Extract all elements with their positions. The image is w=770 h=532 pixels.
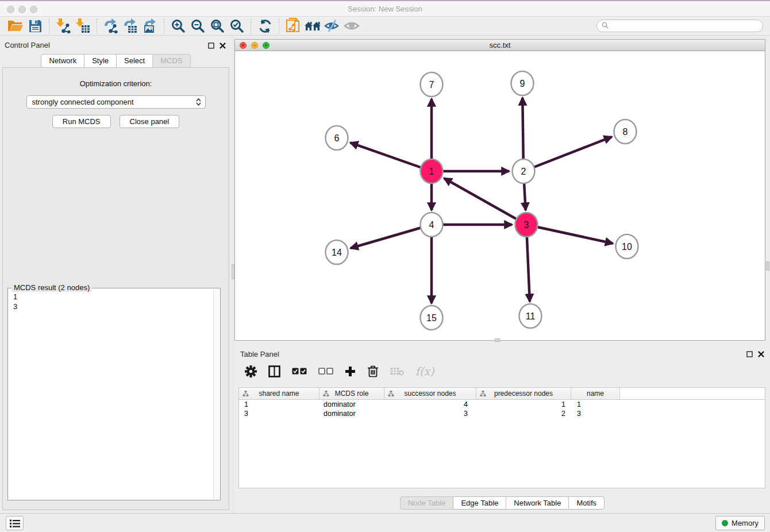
control-panel-title: Control Panel	[5, 41, 50, 49]
network-canvas[interactable]: 1234678910111415	[236, 52, 764, 340]
list-icon	[10, 519, 20, 528]
graph-node-label-14: 14	[332, 248, 342, 257]
application-window: Session: New Session	[0, 0, 770, 532]
table-cell: 3	[571, 409, 620, 418]
tab-edge-table[interactable]: Edge Table	[453, 496, 506, 510]
close-table-panel-icon[interactable]	[758, 349, 764, 360]
tab-motifs[interactable]: Motifs	[568, 496, 605, 510]
close-panel-icon[interactable]	[220, 41, 226, 51]
search-field[interactable]	[596, 20, 763, 32]
column-header-MCDS-role[interactable]: MCDS role	[319, 388, 384, 399]
network-right-resize-handle[interactable]	[766, 261, 769, 271]
network-close-button[interactable]: ✕	[240, 42, 247, 49]
table-cell: 1	[571, 400, 620, 409]
zoom-fit-icon[interactable]	[207, 17, 227, 34]
graph-edge-2-8[interactable]	[523, 137, 612, 171]
zoom-in-icon[interactable]	[168, 17, 188, 34]
tab-mcds[interactable]: MCDS	[152, 54, 190, 68]
table-settings-icon[interactable]	[245, 365, 257, 377]
network-window-title: scc.txt	[235, 40, 765, 51]
minimize-window-button[interactable]	[18, 6, 26, 13]
criterion-dropdown[interactable]: strongly connected component	[26, 95, 206, 109]
float-table-panel-icon[interactable]	[746, 349, 753, 360]
table-cell: 3	[239, 409, 319, 418]
table-cell: dominator	[319, 409, 384, 418]
graph-edge-1-6[interactable]	[351, 142, 432, 171]
graph-node-label-2: 2	[521, 167, 526, 176]
optimization-criterion-label: Optimization criterion:	[3, 79, 229, 88]
table-row[interactable]: 1dominator411	[239, 400, 765, 409]
mcds-result-box: MCDS result (2 nodes) 13	[7, 288, 221, 500]
memory-button[interactable]: Memory	[715, 516, 765, 530]
toolbar-separator	[164, 18, 164, 33]
tab-node-table[interactable]: Node Table	[400, 496, 454, 510]
first-neighbors-icon[interactable]	[303, 17, 322, 34]
search-input[interactable]	[611, 22, 758, 30]
window-titlebar: Session: New Session	[0, 0, 770, 17]
graph-node-label-8: 8	[623, 127, 628, 137]
graph-node-label-4: 4	[429, 220, 434, 230]
task-history-button[interactable]	[6, 516, 24, 530]
table-panel: Table Panel	[234, 345, 770, 513]
graph-edge-3-1[interactable]	[444, 178, 526, 225]
deselect-all-columns-icon[interactable]	[318, 368, 333, 375]
toolbar-separator	[97, 18, 97, 33]
network-view-window: ✕ − + scc.txt 1234678910111415	[234, 39, 765, 341]
graph-node-label-15: 15	[426, 313, 437, 323]
tab-network[interactable]: Network	[41, 54, 84, 68]
export-table-icon[interactable]	[121, 17, 140, 34]
select-all-columns-icon[interactable]	[292, 368, 307, 375]
zoom-window-button[interactable]	[30, 6, 37, 13]
clone-network-icon[interactable]	[283, 17, 303, 34]
tab-network-table[interactable]: Network Table	[506, 496, 569, 510]
network-minimize-button[interactable]: −	[251, 42, 258, 49]
zoom-selected-icon[interactable]	[227, 17, 247, 34]
node-table[interactable]: shared nameMCDS rolesuccessor nodesprede…	[238, 387, 765, 488]
graph-edge-4-14[interactable]	[351, 225, 432, 248]
table-cell: 4	[384, 400, 476, 409]
graph-node-label-9: 9	[520, 79, 525, 88]
table-cell: 1	[476, 400, 571, 409]
delete-column-icon[interactable]	[367, 365, 379, 377]
delete-table-icon	[390, 367, 404, 376]
split-view-icon[interactable]	[268, 365, 280, 377]
result-scrollbar[interactable]	[213, 289, 220, 499]
import-table-icon[interactable]	[73, 17, 93, 34]
status-bar: Memory	[0, 513, 770, 532]
table-panel-title: Table Panel	[240, 350, 279, 358]
run-mcds-button[interactable]: Run MCDS	[52, 115, 111, 128]
table-cell: dominator	[319, 400, 384, 409]
save-session-icon[interactable]	[25, 17, 45, 34]
table-toolbar: f(x)	[234, 360, 770, 383]
toolbar-separator	[279, 18, 279, 33]
add-column-icon[interactable]	[345, 366, 356, 377]
import-network-icon[interactable]	[53, 17, 73, 34]
column-header-shared-name[interactable]: shared name	[239, 388, 319, 399]
export-image-icon[interactable]	[140, 17, 160, 34]
column-header-name[interactable]: name	[571, 388, 620, 399]
network-bottom-resize-handle[interactable]	[495, 338, 500, 342]
column-header-predecessor-nodes[interactable]: predecessor nodes	[476, 388, 571, 399]
table-cell: 3	[384, 409, 476, 418]
tab-select[interactable]: Select	[116, 54, 153, 68]
export-network-icon[interactable]	[101, 17, 121, 34]
close-panel-button[interactable]: Close panel	[120, 115, 180, 128]
column-header-successor-nodes[interactable]: successor nodes	[384, 388, 476, 399]
float-panel-icon[interactable]	[208, 41, 214, 51]
close-window-button[interactable]	[7, 6, 14, 13]
table-row[interactable]: 3dominator323	[239, 409, 765, 418]
refresh-layout-icon[interactable]	[255, 17, 275, 34]
show-all-icon	[342, 17, 361, 34]
network-zoom-button[interactable]: +	[263, 42, 270, 49]
network-window-titlebar[interactable]: ✕ − + scc.txt	[235, 40, 765, 51]
mcds-result-item: 1	[13, 292, 208, 302]
open-session-icon[interactable]	[6, 17, 25, 34]
graph-edge-3-10[interactable]	[526, 225, 613, 244]
zoom-out-icon[interactable]	[188, 17, 207, 34]
hide-selected-icon[interactable]	[322, 17, 342, 34]
table-header-row: shared nameMCDS rolesuccessor nodesprede…	[239, 388, 765, 400]
graph-node-label-11: 11	[526, 311, 536, 321]
memory-status-icon	[722, 520, 728, 526]
tab-style[interactable]: Style	[84, 54, 117, 68]
dropdown-stepper-icon	[195, 97, 203, 107]
